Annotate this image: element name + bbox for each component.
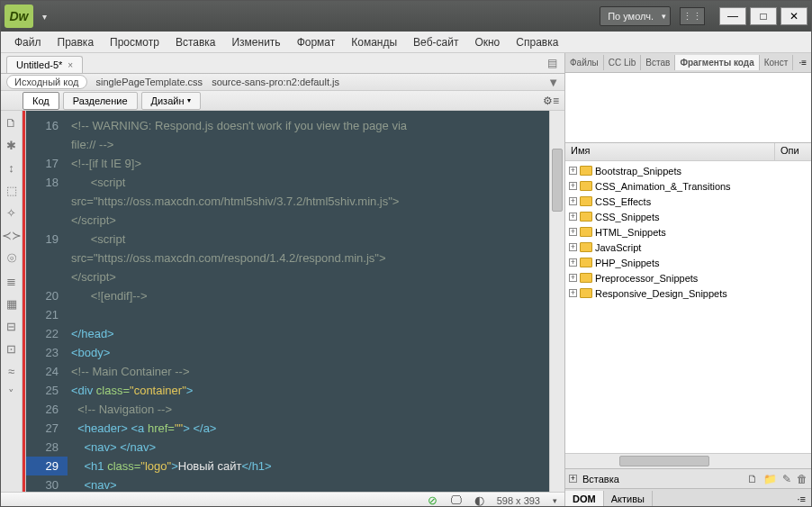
snippet-name: CSS_Effects [595,196,651,207]
expand-icon[interactable]: + [569,167,577,175]
design-view-button[interactable]: Дизайн▾ [141,92,201,110]
new-folder-icon[interactable]: 📁 [763,473,777,485]
tool-icon[interactable]: ⬚ [6,184,17,197]
menu-item[interactable]: Команды [343,36,405,49]
panel-menu-icon[interactable]: ·≡ [794,58,811,68]
snippet-folder[interactable]: +CSS_Effects [565,194,811,209]
menu-item[interactable]: Просмотр [102,36,167,49]
menu-item[interactable]: Изменить [223,36,288,49]
minimize-button[interactable]: — [719,7,746,25]
source-code-chip[interactable]: Исходный код [6,75,87,89]
folder-icon [580,212,592,222]
snippet-folder[interactable]: +Responsive_Design_Snippets [565,285,811,301]
menu-bar: ФайлПравкаПросмотрВставкаИзменитьФорматК… [1,32,811,53]
download-icon[interactable]: ◐ [474,493,484,507]
tool-icon[interactable]: 🗋 [5,116,17,130]
expand-icon[interactable]: + [569,182,577,190]
snippet-folder[interactable]: +Preprocessor_Snippets [565,270,811,285]
view-options-icon[interactable]: ⚙≡ [543,95,559,107]
folder-icon [580,273,592,283]
app-logo: Dw [5,5,33,28]
menu-item[interactable]: Правка [50,36,103,49]
expand-icon[interactable]: + [569,197,577,205]
app-menu-caret[interactable]: ▾ [42,12,47,22]
menu-item[interactable]: Справка [508,36,566,49]
code-view-button[interactable]: Код [23,92,59,110]
tool-icon[interactable]: ⊡ [6,342,16,356]
snippet-name: Bootstrap_Snippets [595,166,681,177]
panel-tab[interactable]: Файлы [565,55,604,70]
tool-icon[interactable]: ⦾ [7,251,16,266]
panel-tab[interactable]: Фрагменты кода [675,55,759,70]
expand-icon[interactable]: + [569,213,577,221]
snippet-folder[interactable]: +PHP_Snippets [565,255,811,270]
snippet-folder[interactable]: +CSS_Animation_&_Transitions [565,178,811,194]
dom-tab[interactable]: DOM [565,491,604,507]
horizontal-scrollbar[interactable] [565,453,811,468]
tool-icon[interactable]: ✧ [6,206,16,220]
tool-icon[interactable]: ≺≻ [2,229,22,242]
tool-icon[interactable]: ▦ [6,297,17,311]
sync-settings-button[interactable]: ⋮⋮ [680,7,705,25]
filter-icon[interactable]: ▼ [547,76,559,89]
expand-icon[interactable]: + [569,258,577,267]
snippet-folder[interactable]: +Bootstrap_Snippets [565,163,811,178]
tool-icon[interactable]: ✱ [6,139,16,152]
snippet-name: PHP_Snippets [595,258,660,268]
new-snippet-icon[interactable]: 🗋 [747,473,758,485]
expand-icon[interactable]: + [569,243,577,251]
workspace-layout-select[interactable]: По умолч. [600,6,671,26]
panel-tab[interactable]: Конст [760,55,794,70]
snippet-name: HTML_Snippets [595,227,666,238]
snippet-folder[interactable]: +JavaScript [565,240,811,255]
size-menu-caret[interactable]: ▾ [553,496,557,505]
tool-icon[interactable]: ↕ [8,161,14,175]
edit-snippet-icon[interactable]: ✎ [782,473,791,485]
expand-icon[interactable]: + [569,228,577,236]
folder-icon [580,288,592,298]
snippet-folder[interactable]: +CSS_Snippets [565,209,811,224]
snippet-folder[interactable]: +HTML_Snippets [565,224,811,240]
maximize-button[interactable]: □ [750,7,777,25]
tool-icon[interactable]: ≣ [6,275,16,288]
tool-icon[interactable]: ≈ [8,365,14,378]
tool-icon[interactable]: ˅ [8,387,14,401]
snippet-name: Preprocessor_Snippets [595,273,698,284]
split-view-button[interactable]: Разделение [63,92,138,110]
menu-item[interactable]: Формат [289,36,344,49]
canvas-size: 598 x 393 [497,495,540,506]
expand-insert-panel[interactable]: + [569,475,577,483]
error-status-icon[interactable]: ⊘ [428,493,438,507]
panel-menu-icon[interactable]: ·≡ [792,493,811,504]
snippets-tree[interactable]: +Bootstrap_Snippets+CSS_Animation_&_Tran… [565,161,811,453]
menu-item[interactable]: Веб-сайт [405,36,466,49]
related-file[interactable]: singlePageTemplate.css [96,77,203,87]
vertical-scrollbar[interactable] [549,111,564,492]
menu-item[interactable]: Окно [466,36,508,49]
snippet-name: Responsive_Design_Snippets [595,288,727,299]
tool-icon[interactable]: ⊟ [6,320,16,333]
folder-icon [580,181,592,191]
delete-snippet-icon[interactable]: 🗑 [797,473,807,485]
tab-overflow-icon[interactable]: ▤ [540,53,564,73]
snippet-name: CSS_Animation_&_Transitions [595,181,731,192]
menu-item[interactable]: Файл [6,36,50,49]
folder-icon [580,227,592,237]
expand-icon[interactable]: + [569,289,577,297]
device-preview-icon[interactable]: 🖵 [450,493,462,507]
assets-tab[interactable]: Активы [604,491,653,507]
folder-icon [580,166,592,176]
col-name[interactable]: Имя [565,143,775,160]
expand-icon[interactable]: + [569,274,577,282]
close-tab-icon[interactable]: × [68,60,73,70]
close-button[interactable]: ✕ [780,7,807,25]
menu-item[interactable]: Вставка [167,36,224,49]
insert-panel-label[interactable]: Вставка [582,474,619,484]
code-toolbar: 🗋 ✱ ↕ ⬚ ✧ ≺≻ ⦾ ≣ ▦ ⊟ ⊡ ≈ ˅ [1,111,23,492]
panel-tab[interactable]: Встав [641,55,675,70]
col-desc[interactable]: Опи [775,143,811,160]
code-editor[interactable]: 1617181920212223242526272829303132 <!-- … [26,111,564,492]
panel-tab[interactable]: CC Lib [604,55,642,70]
document-tab[interactable]: Untitled-5* × [6,56,83,73]
related-file[interactable]: source-sans-pro:n2:default.js [212,77,339,87]
